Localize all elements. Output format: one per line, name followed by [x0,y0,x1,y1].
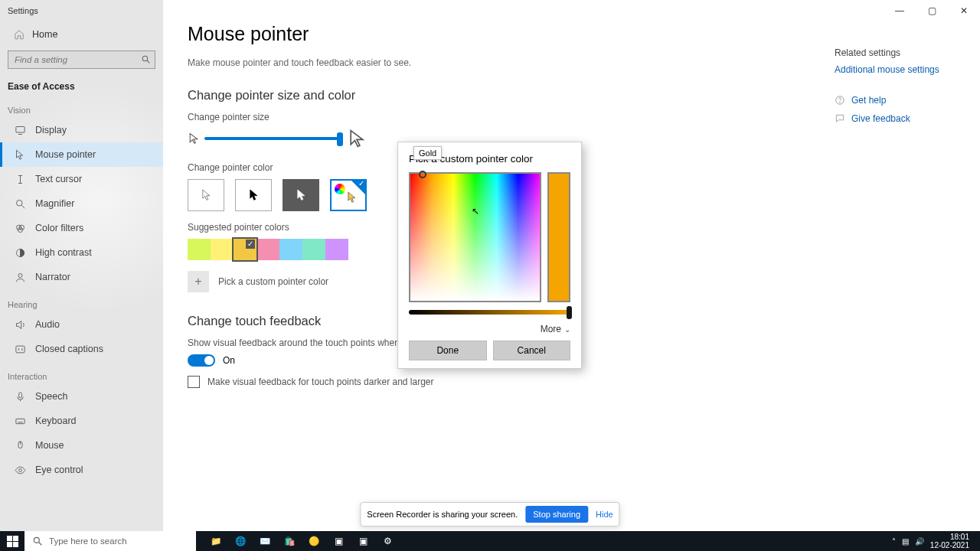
color-ring[interactable] [419,171,426,178]
color-picker-dialog: Pick a custom pointer color ↖ More⌄ Done… [397,142,582,369]
suggested-color-2[interactable] [234,239,256,260]
text-icon [14,173,26,185]
sidebar-category-hearing: Hearing [0,289,163,312]
svg-rect-2 [15,126,24,132]
system-tray[interactable]: ˄ ▤ 🔊 18:01 12-02-2021 [886,533,980,549]
give-feedback-label: Give feedback [851,113,910,124]
sidebar-item-narrator[interactable]: Narrator [0,265,163,289]
hide-share-bar[interactable]: Hide [596,510,613,519]
sidebar-item-label: Closed captions [35,344,103,354]
home-label: Home [32,29,57,40]
plus-icon: + [188,271,209,292]
sidebar-item-closed-captions[interactable]: Closed captions [0,337,163,361]
suggested-color-6[interactable] [325,239,348,260]
sidebar-category-vision: Vision [0,95,163,118]
sidebar-item-audio[interactable]: Audio [0,312,163,337]
taskbar-app-generic1[interactable]: ▣ [326,531,351,551]
tray-volume-icon[interactable]: 🔊 [915,537,924,546]
color-preview [547,172,570,302]
svg-point-0 [142,56,148,61]
suggested-color-1[interactable] [211,239,234,260]
cc-icon [14,343,26,355]
get-help-link[interactable]: Get help [835,95,965,106]
tray-chevron-icon[interactable]: ˄ [892,537,896,546]
sidebar-item-label: Display [35,125,67,135]
pointer-color-white[interactable] [188,179,224,211]
taskbar-app-settings[interactable]: ⚙ [375,531,400,551]
sidebar-section: Ease of Access [0,73,163,95]
svg-point-20 [840,103,841,103]
svg-point-21 [34,537,39,543]
start-button[interactable] [0,531,24,551]
taskbar-clock[interactable]: 18:01 12-02-2021 [930,533,974,549]
taskbar-app-generic2[interactable]: ▣ [351,531,375,551]
sidebar-item-label: Color filters [35,223,83,233]
eye-icon [14,464,26,476]
stop-sharing-button[interactable]: Stop sharing [525,506,588,523]
taskbar-search-placeholder: Type here to search [49,536,127,546]
taskbar-search[interactable]: Type here to search [24,531,196,551]
close-button[interactable]: ✕ [948,0,980,21]
color-wheel-icon [335,184,345,194]
cancel-button[interactable]: Cancel [493,341,571,360]
cursor-large-icon [347,129,367,148]
suggested-color-0[interactable] [188,239,211,260]
settings-sidebar: Settings Home Ease of Access Vision Disp… [0,0,163,531]
kbd-icon [14,415,26,427]
toggle-state: On [223,355,235,366]
sidebar-item-label: Eye control [35,465,83,475]
pointer-size-slider[interactable] [204,137,342,140]
value-slider[interactable] [409,310,570,315]
additional-mouse-settings-link[interactable]: Additional mouse settings [835,64,965,75]
suggested-color-3[interactable] [256,239,279,260]
sidebar-item-eye-control[interactable]: Eye control [0,458,163,482]
taskbar-app-mail[interactable]: ✉️ [253,531,277,551]
label-pointer-size: Change pointer size [188,112,810,122]
sidebar-item-label: Text cursor [35,174,82,184]
sidebar-item-label: Mouse pointer [35,149,96,160]
search-input[interactable] [8,51,155,69]
sidebar-home[interactable]: Home [0,21,163,47]
sidebar-item-mouse[interactable]: Mouse [0,433,163,458]
sidebar-item-display[interactable]: Display [0,118,163,142]
audio-icon [14,318,26,331]
mag-icon [14,197,26,210]
sidebar-item-color-filters[interactable]: Color filters [0,216,163,240]
done-button[interactable]: Done [409,341,487,360]
sidebar-item-high-contrast[interactable]: High contrast [0,240,163,265]
minimize-button[interactable]: — [884,0,916,21]
sidebar-item-mouse-pointer[interactable]: Mouse pointer [0,142,163,167]
give-feedback-link[interactable]: Give feedback [835,113,965,124]
page-subtitle: Make mouse pointer and touch feedback ea… [188,57,810,68]
app-title: Settings [0,0,163,21]
search-icon [141,54,151,64]
pointer-color-black[interactable] [235,179,272,211]
sidebar-item-label: High contrast [35,247,92,258]
pointer-color-inverted[interactable] [283,179,319,211]
related-settings-header: Related settings [835,47,965,58]
sidebar-item-magnifier[interactable]: Magnifier [0,191,163,216]
suggested-color-5[interactable] [302,239,325,260]
touch-feedback-toggle[interactable] [188,354,215,367]
taskbar-app-edge[interactable]: 🌐 [228,531,253,551]
sidebar-item-label: Mouse [35,440,64,451]
taskbar-app-explorer[interactable]: 📁 [204,531,228,551]
larger-feedback-checkbox[interactable] [188,376,200,388]
tray-network-icon[interactable]: ▤ [902,537,909,546]
page-title: Mouse pointer [188,23,810,45]
sidebar-item-text-cursor[interactable]: Text cursor [0,167,163,191]
pick-custom-label: Pick a custom pointer color [218,276,328,287]
display-icon [14,124,26,136]
taskbar-app-chrome[interactable]: 🟡 [302,531,326,551]
color-spectrum[interactable]: ↖ [409,172,541,302]
taskbar-app-store[interactable]: 🛍️ [277,531,302,551]
mouse2-icon [14,439,26,452]
sidebar-item-keyboard[interactable]: Keyboard [0,409,163,433]
svg-point-11 [18,273,22,277]
more-toggle[interactable]: More⌄ [409,324,570,334]
sidebar-item-speech[interactable]: Speech [0,384,163,409]
svg-rect-12 [15,346,24,353]
suggested-color-4[interactable] [279,239,302,260]
pointer-color-custom[interactable] [330,179,367,211]
maximize-button[interactable]: ▢ [916,0,948,21]
